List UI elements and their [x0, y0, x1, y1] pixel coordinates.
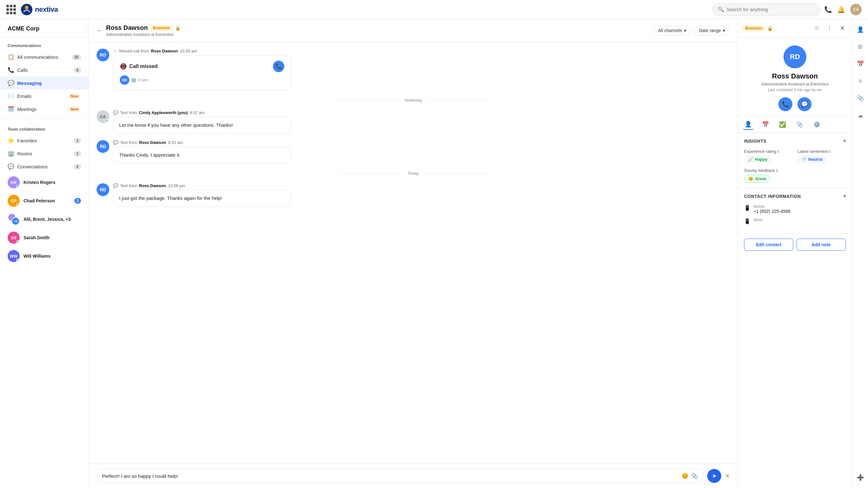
side-icon-strip: 👤 ⊞ 📅 ≡ 📎 ☁ ➕ — [852, 19, 868, 488]
chat-input[interactable] — [102, 474, 679, 479]
side-attach-icon[interactable]: 📎 — [855, 93, 866, 103]
info-icon-3[interactable]: ℹ — [776, 169, 778, 173]
office-icon: 🏢 — [131, 77, 136, 83]
survey-feedback-label: Survey feedback ℹ — [744, 168, 846, 173]
date-divider-yesterday: Yesterday — [97, 98, 730, 102]
phone-icon[interactable]: 📞 — [824, 6, 832, 13]
close-input-button[interactable]: ✕ — [725, 472, 730, 480]
messaging-icon: 💬 — [8, 80, 14, 86]
work-icon: 📱 — [744, 218, 750, 224]
sidebar-item-emails[interactable]: ✉️ Emails New — [0, 90, 89, 102]
info-icon-2[interactable]: ℹ — [829, 149, 831, 154]
contact-action-buttons: 📞 💬 — [778, 97, 811, 111]
sidebar-item-rooms[interactable]: 🏢 Rooms 1 — [0, 147, 89, 160]
contact-call-button[interactable]: 📞 — [778, 97, 793, 111]
search-input[interactable] — [726, 7, 815, 12]
cindy-name: Cindy Applesworth (you) — [139, 110, 187, 115]
favorites-icon: ⭐ — [8, 137, 14, 144]
side-grid-icon[interactable]: ⊞ — [855, 41, 866, 52]
message-ross-2: RD 💬 Text from Ross Dawson 12:08 pm I ju… — [97, 183, 730, 207]
msg-content-ross-1: 💬 Text from Ross Dawson 9:32 am Thanks C… — [113, 140, 730, 163]
calendar-tab-icon[interactable]: 📅 — [760, 119, 771, 130]
rd-small-avatar: RD — [120, 75, 129, 85]
missed-call-label: Missed call from — [119, 49, 149, 53]
side-plus-icon[interactable]: ➕ — [855, 472, 866, 483]
close-panel-icon[interactable]: ✕ — [837, 24, 847, 33]
contact-message-button[interactable]: 💬 — [798, 97, 811, 111]
bell-icon[interactable]: 🔔 — [837, 6, 845, 13]
sidebar-item-calls[interactable]: 📞 Calls 5 — [0, 64, 89, 77]
side-person-icon[interactable]: 👤 — [855, 24, 866, 35]
rooms-icon: 🏢 — [8, 150, 14, 157]
conv-item-group-alli[interactable]: +5 Alli, Brent, Jessica, +3 — [0, 210, 89, 228]
side-list-icon[interactable]: ≡ — [855, 75, 866, 86]
right-panel-header: Business 🔒 ☆ ⋮ ✕ — [738, 19, 852, 38]
all-channels-dropdown[interactable]: All channels ▾ — [653, 26, 691, 35]
conv-item-will-williams[interactable]: WW Will Williams — [0, 247, 89, 265]
chat-area: ← Ross Dawson Business 🔒 Administrative … — [89, 19, 738, 488]
back-button[interactable]: ← — [97, 27, 102, 34]
all-comms-icon: 📋 — [8, 54, 14, 60]
panel-tab-icons: 👤 📅 ✅ 📎 ⚙️ — [738, 117, 852, 133]
tasks-tab-icon[interactable]: ✅ — [777, 119, 788, 130]
side-calendar-icon[interactable]: 📅 — [855, 58, 866, 69]
sidebar-item-meetings[interactable]: 🗓️ Meetings New — [0, 102, 89, 116]
profile-tab-icon[interactable]: 👤 — [743, 119, 754, 130]
missed-from-name: Ross Dawson — [151, 49, 178, 53]
insights-collapse-icon[interactable]: ▾ — [843, 138, 846, 144]
experience-rating-label: Experience rating ℹ — [744, 149, 793, 154]
insights-title: INSIGHTS ▾ — [744, 138, 846, 144]
ross-name-1: Ross Dawson — [139, 140, 166, 145]
msg-avatar-rd: RD — [97, 49, 109, 61]
contact-last-contact: Last contacted 3 min ago by me — [768, 88, 822, 92]
settings-tab-icon[interactable]: ⚙️ — [811, 119, 822, 130]
sidebar-item-conversations[interactable]: 💬 Conversations 2 — [0, 160, 89, 173]
sidebar-item-messaging[interactable]: 💬 Messaging — [0, 77, 89, 90]
contact-info-collapse-icon[interactable]: ▾ — [843, 193, 846, 199]
cindy-time: 9:32 am — [190, 110, 205, 115]
user-avatar[interactable]: CA — [850, 4, 862, 15]
grid-icon[interactable] — [6, 5, 16, 14]
conv-item-chad-peterson[interactable]: CP Chad Peterson 2 — [0, 191, 89, 210]
message-ross-1: RD 💬 Text from Ross Dawson 9:32 am Thank… — [97, 140, 730, 163]
message-cindy-1: CA 💬 Text from Cindy Applesworth (you) 9… — [97, 110, 730, 134]
ross-bubble-1: Thanks Cindy. I appreciate it. — [113, 147, 291, 163]
chevron-down-icon: ▾ — [684, 28, 686, 33]
sidebar-item-label: Messaging — [17, 81, 42, 86]
info-icon[interactable]: ℹ — [777, 149, 779, 154]
emoji-icon[interactable]: 😊 — [682, 472, 688, 480]
chat-contact-sub: Administrative Assistant at Electrolux — [106, 32, 649, 37]
missed-arrow-icon: ← — [113, 49, 117, 53]
business-tag: Business — [150, 25, 172, 31]
chat-header-info: Ross Dawson Business 🔒 Administrative As… — [106, 24, 649, 37]
sidebar-item-favorites[interactable]: ⭐ Favorites 1 — [0, 134, 89, 147]
attachment-icon[interactable]: 📎 — [691, 472, 698, 480]
experience-rating-value: 📈 Happy — [744, 156, 771, 163]
send-button[interactable]: ➤ — [707, 469, 721, 483]
work-info-row: 📱 Work — [744, 218, 846, 224]
sidebar-item-label: Rooms — [17, 151, 32, 156]
call-action-btn[interactable]: 📞 — [273, 61, 284, 72]
call-duration: RD 🏢 0 sec — [120, 75, 284, 85]
chad-badge: 2 — [74, 198, 81, 204]
side-cloud-icon[interactable]: ☁ — [855, 110, 866, 121]
topnav-icons: 📞 🔔 CA — [824, 4, 862, 15]
conv-item-sarah-smith[interactable]: SS Sarah Smith — [0, 228, 89, 247]
date-range-dropdown[interactable]: Date range ▾ — [694, 26, 730, 35]
conv-item-kristen-rogers[interactable]: KR Kristen Rogers — [0, 173, 89, 191]
star-icon[interactable]: ☆ — [812, 24, 822, 33]
callback-button[interactable]: 📞 — [273, 61, 284, 72]
more-options-icon[interactable]: ⋮ — [825, 24, 834, 33]
edit-contact-button[interactable]: Edit contact — [744, 239, 793, 251]
search-bar[interactable]: 🔍 — [712, 3, 820, 16]
neutral-icon: 🤍 — [801, 157, 806, 162]
meetings-new-badge: New — [68, 106, 81, 112]
add-note-button[interactable]: Add note — [797, 239, 846, 251]
chat-header: ← Ross Dawson Business 🔒 Administrative … — [89, 19, 737, 42]
attachment-tab-icon[interactable]: 📎 — [794, 119, 805, 130]
mobile-info-row: 📱 Mobile +1 (602) 225-4568 — [744, 204, 846, 214]
sidebar-item-all-communications[interactable]: 📋 All communications 10 — [0, 51, 89, 64]
conv-avatar-group: +5 — [8, 213, 20, 225]
sidebar: ‹ ACME Corp Communications 📋 All communi… — [0, 19, 89, 488]
company-name: ACME Corp — [0, 19, 89, 37]
